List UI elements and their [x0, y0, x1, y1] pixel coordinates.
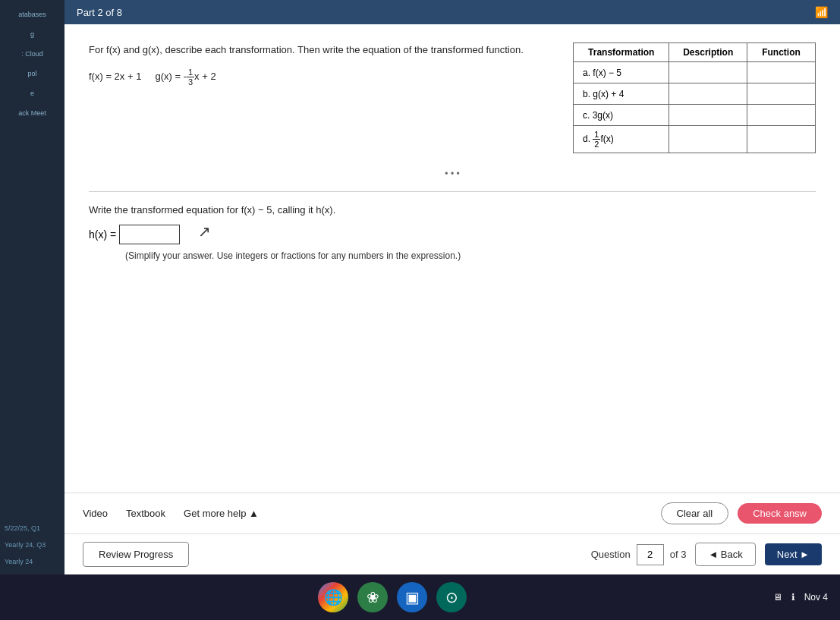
- textbook-link[interactable]: Textbook: [126, 508, 165, 519]
- of-label: of 3: [670, 549, 687, 560]
- question-number-input[interactable]: [637, 544, 664, 565]
- instructions: For f(x) and g(x), describe each transfo…: [89, 42, 555, 58]
- cursor-arrow-icon: ↗: [198, 222, 211, 241]
- expand-indicator: • • •: [445, 168, 459, 179]
- row-desc-b: [669, 83, 747, 105]
- action-buttons: Clear all Check answ: [661, 502, 823, 524]
- sidebar-note-3: Yearly 24: [0, 555, 64, 568]
- write-section: Write the transformed equation for f(x) …: [89, 204, 816, 216]
- problem-text: For f(x) and g(x), describe each transfo…: [89, 42, 555, 153]
- write-prompt: Write the transformed equation for f(x) …: [89, 204, 816, 216]
- sidebar-item-pol[interactable]: pol: [0, 65, 64, 82]
- answer-row: h(x) = ↗: [89, 225, 816, 244]
- clear-all-button[interactable]: Clear all: [661, 502, 729, 524]
- row-label-a: a. f(x) − 5: [574, 62, 669, 83]
- video-link[interactable]: Video: [83, 508, 108, 519]
- row-desc-c: [669, 105, 747, 126]
- top-bar-right: 📶: [815, 6, 828, 18]
- date-time: Nov 4: [804, 592, 828, 603]
- taskbar: 🌐 ❀ ▣ ⊙ 🖥 ℹ Nov 4: [0, 574, 840, 620]
- sidebar-item-databases[interactable]: atabases: [0, 6, 64, 23]
- table-row: c. 3g(x): [574, 105, 816, 126]
- sidebar-item-e[interactable]: e: [0, 85, 64, 102]
- row-label-d: d. 12f(x): [574, 126, 669, 153]
- sidebar-note-1: 5/22/25, Q1: [0, 521, 64, 535]
- row-label-b: b. g(x) + 4: [574, 83, 669, 105]
- transformation-table: Transformation Description Function a. f…: [573, 42, 816, 153]
- row-func-a: [747, 62, 815, 83]
- table-row: b. g(x) + 4: [574, 83, 816, 105]
- equation-line: f(x) = 2x + 1 g(x) = -13x + 2: [89, 68, 555, 87]
- chrome-icon[interactable]: 🌐: [318, 582, 348, 612]
- taskbar-right: 🖥 ℹ Nov 4: [773, 592, 828, 603]
- review-progress-button[interactable]: Review Progress: [83, 542, 189, 567]
- taskbar-center: 🌐 ❀ ▣ ⊙: [318, 582, 467, 612]
- part-label: Part 2 of 8: [77, 7, 122, 18]
- col-header-function: Function: [747, 43, 815, 62]
- screen-icon[interactable]: 🖥: [773, 592, 782, 603]
- top-bar: Part 2 of 8 📶: [64, 0, 840, 24]
- question-area: For f(x) and g(x), describe each transfo…: [64, 24, 840, 493]
- action-links: Video Textbook Get more help ▲: [83, 508, 259, 519]
- back-button[interactable]: ◄ Back: [695, 543, 755, 566]
- question-label: Question: [591, 549, 631, 560]
- row-desc-a: [669, 62, 747, 83]
- row-func-d: [747, 126, 815, 153]
- row-label-c: c. 3g(x): [574, 105, 669, 126]
- table-row: d. 12f(x): [574, 126, 816, 153]
- sidebar: atabases g : Cloud pol e ack Meet 5/22/2…: [0, 0, 64, 574]
- nav-right: Question of 3 ◄ Back Next ►: [591, 543, 822, 566]
- row-desc-d: [669, 126, 747, 153]
- main-content: Part 2 of 8 📶 For f(x) and g(x), describ…: [64, 0, 840, 574]
- wifi-icon: 📶: [815, 6, 828, 18]
- screen-app-icon[interactable]: ▣: [397, 582, 427, 612]
- answer-input[interactable]: [119, 225, 180, 244]
- question-nav: Question of 3: [591, 544, 687, 565]
- sidebar-item-cloud[interactable]: : Cloud: [0, 46, 64, 62]
- sidebar-item-g[interactable]: g: [0, 26, 64, 42]
- check-answer-button[interactable]: Check answ: [738, 503, 822, 524]
- sidebar-note-2: Yearly 24, Q3: [0, 538, 64, 552]
- divider: [89, 191, 816, 192]
- row-func-c: [747, 105, 815, 126]
- info-icon[interactable]: ℹ: [791, 592, 795, 603]
- simplify-hint: (Simplify your answer. Use integers or f…: [125, 250, 816, 261]
- next-button[interactable]: Next ►: [765, 543, 822, 565]
- action-bar: Video Textbook Get more help ▲ Clear all…: [64, 493, 840, 533]
- table-row: a. f(x) − 5: [574, 62, 816, 83]
- col-header-description: Description: [669, 43, 747, 62]
- camera-app-icon[interactable]: ⊙: [436, 582, 467, 612]
- col-header-transformation: Transformation: [574, 43, 669, 62]
- flower-app-icon[interactable]: ❀: [357, 582, 388, 612]
- problem-section: For f(x) and g(x), describe each transfo…: [89, 42, 816, 153]
- nav-bar: Review Progress Question of 3 ◄ Back Nex…: [64, 533, 840, 574]
- answer-prefix: h(x) =: [89, 228, 116, 241]
- sidebar-item-meet[interactable]: ack Meet: [0, 105, 64, 121]
- get-more-help-link[interactable]: Get more help ▲: [184, 508, 259, 519]
- row-func-b: [747, 83, 815, 105]
